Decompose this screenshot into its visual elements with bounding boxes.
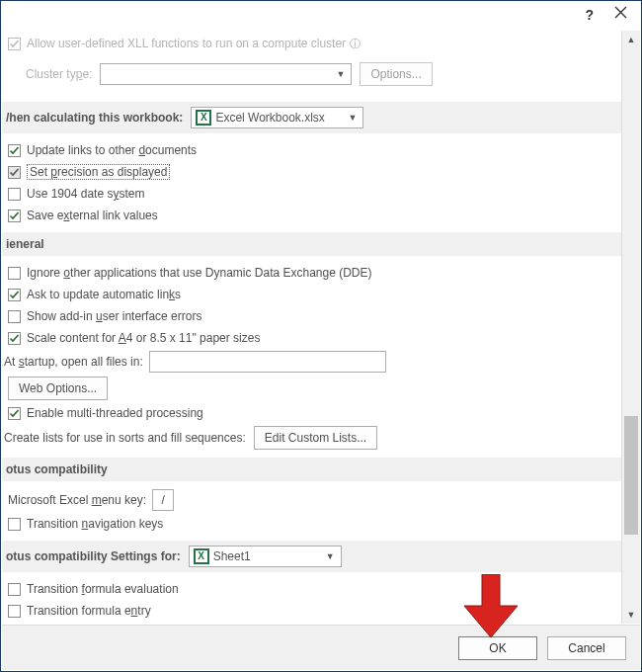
row-web-options: Web Options...	[2, 375, 621, 402]
edit-custom-lists-button[interactable]: Edit Custom Lists...	[254, 426, 377, 450]
checkbox-scale-content[interactable]	[8, 332, 21, 345]
checkbox-ignore-dde[interactable]	[8, 267, 21, 280]
row-ignore-dde: Ignore other applications that use Dynam…	[2, 262, 621, 284]
row-show-addin: Show add-in user interface errors	[2, 305, 621, 327]
row-startup: At startup, open all files in:	[2, 349, 621, 375]
annotation-arrow-icon	[462, 574, 520, 639]
use-1904-label: Use 1904 date system	[27, 187, 144, 201]
cancel-button[interactable]: Cancel	[547, 636, 626, 660]
trans-formula-eval-label: Transition formula evaluation	[27, 582, 179, 596]
row-trans-formula-eval: Transition formula evaluation	[2, 578, 621, 600]
checkbox-xll	[8, 38, 21, 50]
workbook-dropdown[interactable]: X Excel Workbook.xlsx ▼	[191, 107, 363, 128]
workbook-name: Excel Workbook.xlsx	[215, 111, 324, 125]
checkbox-trans-formula-eval[interactable]	[8, 583, 21, 596]
checkbox-update-links[interactable]	[8, 144, 21, 157]
close-icon[interactable]	[614, 6, 627, 22]
row-set-precision: Set precision as displayed	[2, 161, 621, 183]
row-save-external: Save external link values	[2, 205, 621, 226]
checkbox-trans-nav[interactable]	[8, 518, 21, 531]
section-header-calc: /hen calculating this workbook: X Excel …	[2, 102, 621, 133]
section-header-lotus-settings: otus compatibility Settings for: X Sheet…	[2, 541, 621, 572]
calc-header-label: /hen calculating this workbook:	[6, 111, 183, 125]
scrollbar-thumb[interactable]	[624, 416, 638, 535]
excel-workbook-icon: X	[196, 110, 211, 126]
scroll-up-icon[interactable]: ▲	[622, 31, 640, 48]
section-header-lotus: otus compatibility	[2, 458, 621, 481]
menu-key-label: Microsoft Excel menu key:	[8, 493, 146, 507]
checkbox-set-precision[interactable]	[8, 166, 21, 179]
sheet-dropdown[interactable]: X Sheet1 ▼	[189, 546, 342, 567]
chevron-down-icon: ▼	[344, 113, 361, 123]
lotus-settings-header-label: otus compatibility Settings for:	[6, 549, 181, 563]
checkbox-show-addin[interactable]	[8, 310, 21, 323]
titlebar: ?	[1, 1, 641, 31]
cluster-dropdown[interactable]: ▼	[100, 63, 352, 85]
set-precision-label: Set precision as displayed	[27, 164, 170, 180]
row-menu-key: Microsoft Excel menu key: /	[2, 487, 621, 513]
checkbox-enable-mt[interactable]	[8, 407, 21, 420]
row-update-links: Update links to other documents	[2, 139, 621, 161]
cluster-row: Cluster type: ▼ Options...	[2, 60, 621, 88]
save-external-label: Save external link values	[27, 209, 158, 222]
menu-key-input[interactable]: /	[152, 489, 174, 511]
chevron-down-icon: ▼	[322, 551, 339, 561]
create-lists-label: Create lists for use in sorts and fill s…	[4, 431, 246, 445]
checkbox-save-external[interactable]	[8, 210, 21, 222]
row-ask-update: Ask to update automatic links	[2, 284, 621, 305]
cluster-options-button[interactable]: Options...	[360, 62, 432, 86]
section-header-general: ieneral	[2, 232, 621, 256]
startup-label: At startup, open all files in:	[4, 355, 143, 369]
xll-row: Allow user-defined XLL functions to run …	[2, 33, 621, 54]
info-icon[interactable]: ⓘ	[350, 37, 361, 51]
scroll-down-icon[interactable]: ▼	[622, 606, 640, 624]
cluster-label: Cluster type:	[26, 67, 92, 81]
ok-button[interactable]: OK	[458, 636, 537, 660]
startup-path-input[interactable]	[149, 351, 386, 373]
web-options-button[interactable]: Web Options...	[8, 377, 108, 400]
row-create-lists: Create lists for use in sorts and fill s…	[2, 424, 621, 452]
row-enable-mt: Enable multi-threaded processing	[2, 402, 621, 424]
sheet-name: Sheet1	[213, 549, 251, 563]
trans-nav-label: Transition navigation keys	[27, 517, 163, 531]
update-links-label: Update links to other documents	[27, 143, 197, 157]
scroll-area: Allow user-defined XLL functions to run …	[2, 31, 621, 624]
checkbox-use-1904[interactable]	[8, 188, 21, 201]
row-use-1904: Use 1904 date system	[2, 183, 621, 205]
row-trans-nav: Transition navigation keys	[2, 513, 621, 535]
scale-content-label: Scale content for A4 or 8.5 x 11" paper …	[27, 331, 260, 345]
checkbox-trans-formula-entry[interactable]	[8, 605, 21, 618]
trans-formula-entry-label: Transition formula entry	[27, 604, 151, 618]
ask-update-label: Ask to update automatic links	[27, 288, 181, 301]
show-addin-label: Show add-in user interface errors	[27, 309, 201, 323]
row-trans-formula-entry: Transition formula entry	[2, 600, 621, 622]
vertical-scrollbar[interactable]: ▲ ▼	[621, 31, 640, 624]
content-area: Allow user-defined XLL functions to run …	[2, 31, 640, 624]
xll-label: Allow user-defined XLL functions to run …	[27, 37, 346, 50]
checkbox-ask-update[interactable]	[8, 289, 21, 301]
enable-mt-label: Enable multi-threaded processing	[27, 406, 203, 420]
dialog-button-bar: OK Cancel	[2, 625, 640, 670]
ignore-dde-label: Ignore other applications that use Dynam…	[27, 266, 372, 280]
help-icon[interactable]: ?	[585, 7, 594, 23]
chevron-down-icon: ▼	[332, 69, 349, 79]
row-scale-content: Scale content for A4 or 8.5 x 11" paper …	[2, 327, 621, 349]
excel-sheet-icon: X	[194, 548, 209, 564]
